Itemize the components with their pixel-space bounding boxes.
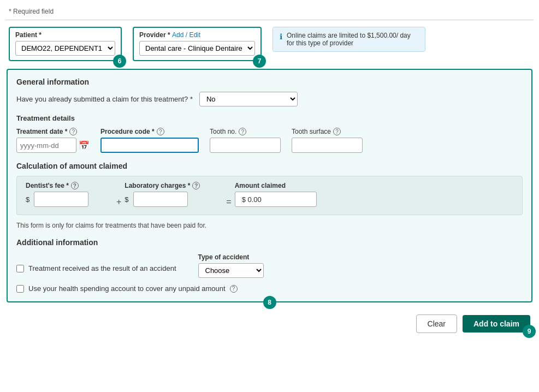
claim-question-select[interactable]: No Yes <box>199 92 298 106</box>
lab-charges-input[interactable] <box>133 192 188 207</box>
dentist-fee-col: Dentist's fee * ? $ <box>26 182 113 207</box>
tooth-no-field: Tooth no. ? <box>210 128 281 153</box>
tooth-no-help-icon[interactable]: ? <box>239 128 246 135</box>
info-box: ℹ Online claims are limited to $1,500.00… <box>273 27 425 52</box>
accident-type-label: Type of accident <box>198 253 264 261</box>
header-row: Patient * DEMO22, DEPENDENT1 6 Provider … <box>0 20 539 67</box>
treatment-date-label: Treatment date * ? <box>16 128 90 135</box>
general-info-row: Have you already submitted a claim for t… <box>16 92 523 106</box>
treatment-fields: Treatment date * ? 📅 Procedure code * ? <box>16 128 523 153</box>
procedure-code-field: Procedure code * ? <box>100 128 199 153</box>
health-spending-help-icon[interactable]: ? <box>230 285 238 293</box>
footer-row: Clear Add to claim 9 <box>0 308 539 337</box>
tooth-surface-help-icon[interactable]: ? <box>333 128 341 135</box>
dentist-fee-input[interactable] <box>34 192 88 207</box>
calendar-icon[interactable]: 📅 <box>79 140 90 151</box>
amount-claimed-label: Amount claimed <box>235 182 317 189</box>
general-info-title: General information <box>16 78 523 86</box>
patient-section: Patient * DEMO22, DEPENDENT1 6 <box>9 27 122 61</box>
info-text: Online claims are limited to $1,500.00/ … <box>287 32 418 47</box>
paid-note: This form is only for claims for treatme… <box>16 222 523 229</box>
amount-claimed-col: Amount claimed $ 0.00 <box>235 182 317 207</box>
dentist-fee-help-icon[interactable]: ? <box>71 182 79 189</box>
tooth-no-input[interactable] <box>210 138 281 153</box>
accident-checkbox[interactable] <box>16 265 24 272</box>
add-edit-link[interactable]: Add / Edit <box>172 31 200 39</box>
lab-charges-label: Laboratory charges * ? <box>125 182 223 189</box>
procedure-code-label: Procedure code * ? <box>100 128 199 135</box>
equals-operator: = <box>223 197 234 207</box>
amount-claimed-display: $ 0.00 <box>235 192 317 207</box>
patient-label: Patient * <box>15 31 115 39</box>
calc-box: Dentist's fee * ? $ + Laboratory charges… <box>16 176 523 215</box>
accident-type-col: Type of accident Choose Work Auto Other <box>198 253 264 278</box>
step-badge-9: 9 <box>523 325 536 338</box>
tooth-surface-label: Tooth surface ? <box>292 128 363 135</box>
required-note: * Required field <box>0 5 539 20</box>
dentist-fee-input-row: $ <box>26 192 113 207</box>
date-wrapper: 📅 <box>16 138 90 153</box>
clear-button[interactable]: Clear <box>416 314 457 333</box>
add-to-claim-button[interactable]: Add to claim <box>463 315 530 332</box>
health-spending-checkbox[interactable] <box>16 285 24 293</box>
accident-section: Treatment received as the result of an a… <box>16 253 523 278</box>
provider-label: Provider * Add / Edit <box>139 31 255 39</box>
calc-section-title: Calculation of amount claimed <box>16 162 523 170</box>
treatment-date-input[interactable] <box>16 138 76 153</box>
accident-checkbox-label[interactable]: Treatment received as the result of an a… <box>28 264 176 272</box>
tooth-surface-input[interactable] <box>292 138 363 153</box>
lab-charges-help-icon[interactable]: ? <box>192 182 200 189</box>
accident-type-select[interactable]: Choose Work Auto Other <box>198 263 264 278</box>
claim-question-label: Have you already submitted a claim for t… <box>16 95 193 103</box>
treatment-date-help-icon[interactable]: ? <box>69 128 77 135</box>
procedure-help-icon[interactable]: ? <box>157 128 164 135</box>
health-spending-row: Use your health spending account to cove… <box>16 284 523 293</box>
step-badge-8: 8 <box>263 296 276 309</box>
info-icon: ℹ <box>280 32 282 41</box>
lab-charges-input-row: $ <box>125 192 223 207</box>
step-badge-6: 6 <box>113 55 126 68</box>
main-panel: General information Have you already sub… <box>7 69 532 302</box>
procedure-code-input[interactable] <box>100 138 199 153</box>
provider-section: Provider * Add / Edit Dental care - Clin… <box>133 27 262 61</box>
lab-charges-col: Laboratory charges * ? $ <box>125 182 223 207</box>
dentist-fee-label: Dentist's fee * ? <box>26 182 113 189</box>
step-badge-7: 7 <box>253 55 266 68</box>
health-spending-label[interactable]: Use your health spending account to cove… <box>28 284 226 293</box>
additional-info-title: Additional information <box>16 238 523 247</box>
provider-select[interactable]: Dental care - Clinique Dentaire <box>139 41 255 56</box>
treatment-details-title: Treatment details <box>16 114 523 122</box>
page-wrapper: * Required field Patient * DEMO22, DEPEN… <box>0 0 539 392</box>
accident-checkbox-row: Treatment received as the result of an a… <box>16 264 176 272</box>
tooth-no-label: Tooth no. ? <box>210 128 281 135</box>
dollar-sign-fee: $ <box>26 195 29 204</box>
dollar-sign-lab: $ <box>125 195 128 204</box>
treatment-date-field: Treatment date * ? 📅 <box>16 128 90 153</box>
tooth-surface-field: Tooth surface ? <box>292 128 363 153</box>
plus-operator: + <box>113 197 125 207</box>
patient-select[interactable]: DEMO22, DEPENDENT1 <box>15 41 115 56</box>
